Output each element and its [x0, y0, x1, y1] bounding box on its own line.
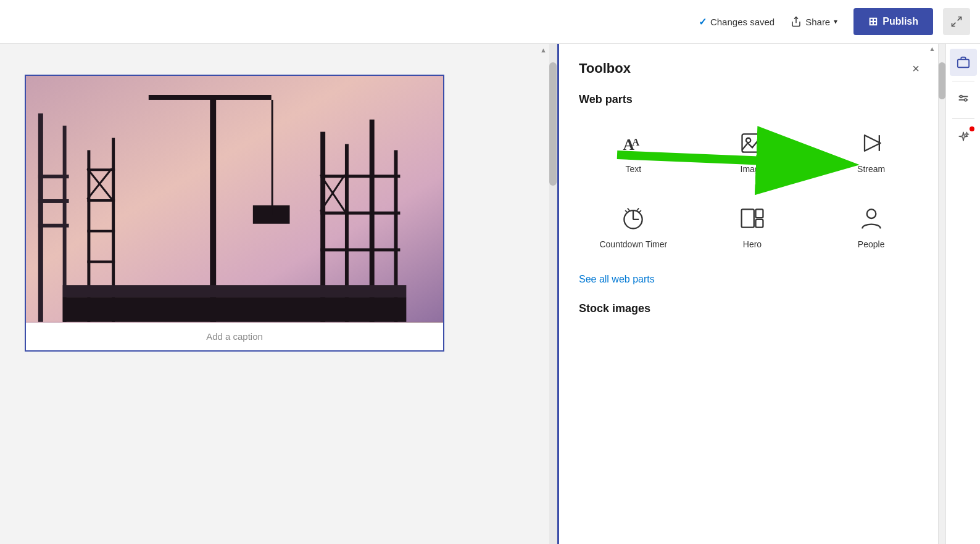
briefcase-icon — [957, 56, 970, 69]
svg-line-43 — [637, 208, 639, 212]
svg-marker-37 — [865, 135, 881, 151]
web-part-hero[interactable]: Hero — [698, 194, 807, 259]
check-icon: ✓ — [699, 16, 707, 28]
stock-images-section: Stock images — [579, 302, 926, 315]
svg-rect-19 — [87, 260, 115, 263]
canvas-area: ▲ — [0, 44, 557, 544]
share-icon — [791, 16, 802, 27]
svg-rect-4 — [38, 113, 43, 322]
toolbox-close-button[interactable]: × — [906, 59, 926, 78]
topbar: ✓ Changes saved Share ▾ ⊞ Publish — [0, 0, 980, 44]
share-chevron-icon: ▾ — [834, 17, 837, 26]
hero-part-label: Hero — [743, 239, 762, 249]
web-part-text[interactable]: A A Text — [579, 118, 688, 184]
svg-rect-50 — [957, 59, 968, 67]
svg-line-44 — [625, 210, 628, 213]
svg-rect-25 — [320, 212, 400, 215]
collapse-button[interactable] — [943, 8, 970, 35]
hero-part-icon — [737, 204, 767, 233]
sliders-icon — [957, 93, 970, 107]
sidebar-divider — [952, 81, 974, 81]
close-icon: × — [912, 62, 920, 76]
publish-button[interactable]: ⊞ Publish — [853, 8, 933, 35]
book-icon: ⊞ — [868, 15, 878, 28]
people-part-label: People — [858, 239, 885, 249]
people-part-icon — [857, 204, 886, 233]
svg-line-45 — [639, 210, 641, 213]
svg-point-49 — [866, 209, 876, 218]
web-part-stream[interactable]: Stream — [816, 118, 926, 184]
svg-text:A: A — [632, 136, 639, 148]
image-block[interactable]: Add a caption — [25, 75, 444, 352]
svg-rect-17 — [87, 199, 115, 202]
svg-point-36 — [746, 138, 750, 142]
svg-line-42 — [628, 208, 630, 212]
caption-placeholder: Add a caption — [206, 331, 263, 342]
svg-rect-35 — [742, 134, 762, 152]
construction-image — [26, 76, 443, 323]
changes-saved-indicator: ✓ Changes saved — [699, 16, 774, 28]
web-part-people[interactable]: People — [816, 194, 926, 259]
svg-line-1 — [958, 17, 961, 21]
text-part-icon: A A — [618, 128, 648, 158]
countdown-part-icon — [618, 204, 648, 233]
svg-rect-28 — [63, 285, 407, 297]
svg-rect-48 — [755, 220, 763, 228]
notification-badge — [970, 126, 974, 131]
sparkle-icon — [957, 131, 970, 144]
web-part-countdown[interactable]: Countdown Timer — [579, 194, 688, 259]
canvas-scroll-up: ▲ — [540, 46, 547, 54]
settings-sidebar-button[interactable] — [950, 86, 977, 113]
sidebar-divider-2 — [952, 118, 974, 119]
caption-area[interactable]: Add a caption — [26, 323, 443, 350]
canvas-scrollbar-thumb[interactable] — [549, 62, 557, 186]
toolbox-scrollbar-thumb[interactable] — [939, 62, 945, 99]
svg-rect-13 — [270, 209, 273, 215]
stock-images-header: Stock images — [579, 302, 926, 315]
svg-point-54 — [960, 96, 962, 98]
svg-rect-47 — [755, 209, 763, 218]
svg-rect-27 — [63, 297, 407, 322]
svg-rect-26 — [320, 249, 400, 252]
collapse-icon — [950, 15, 963, 28]
toolbox-scrollbar[interactable] — [938, 44, 945, 544]
countdown-part-label: Countdown Timer — [599, 239, 667, 249]
changes-saved-label: Changes saved — [710, 17, 774, 27]
see-all-web-parts-link[interactable]: See all web parts — [579, 274, 926, 285]
web-part-image[interactable]: Image — [698, 118, 807, 184]
image-part-label: Image — [741, 164, 765, 174]
toolbox-inner: Toolbox × Web parts A A — [559, 44, 945, 544]
toolbox-scroll-up: ▲ — [929, 45, 936, 52]
toolbox-panel: ▲ Toolbox × Web parts A — [557, 44, 945, 544]
svg-rect-8 — [38, 224, 69, 228]
right-sidebar — [945, 44, 980, 544]
image-part-icon — [737, 128, 767, 158]
canvas-scrollbar[interactable] — [549, 44, 557, 544]
svg-rect-6 — [38, 175, 69, 178]
web-parts-section: Web parts A A Text — [579, 93, 926, 285]
web-parts-header: Web parts — [579, 93, 926, 106]
main-content: ▲ — [0, 44, 980, 544]
svg-rect-24 — [320, 175, 400, 178]
svg-rect-18 — [87, 230, 115, 233]
ai-sidebar-button[interactable] — [950, 124, 977, 151]
svg-point-55 — [964, 99, 966, 101]
toolbox-sidebar-button[interactable] — [950, 49, 977, 76]
stream-part-label: Stream — [857, 164, 885, 174]
share-button[interactable]: Share ▾ — [784, 12, 844, 31]
svg-rect-46 — [742, 209, 754, 227]
svg-line-2 — [952, 23, 956, 27]
stream-part-icon — [857, 128, 886, 158]
publish-label: Publish — [882, 16, 918, 27]
toolbox-header: Toolbox × — [579, 59, 926, 78]
share-label: Share — [805, 17, 830, 27]
svg-rect-11 — [272, 100, 273, 210]
svg-rect-10 — [149, 95, 272, 100]
toolbox-title: Toolbox — [579, 60, 631, 76]
svg-rect-7 — [38, 199, 69, 203]
text-part-label: Text — [625, 164, 641, 174]
toolbox-separator — [557, 44, 559, 544]
web-parts-grid: A A Text — [579, 118, 926, 259]
